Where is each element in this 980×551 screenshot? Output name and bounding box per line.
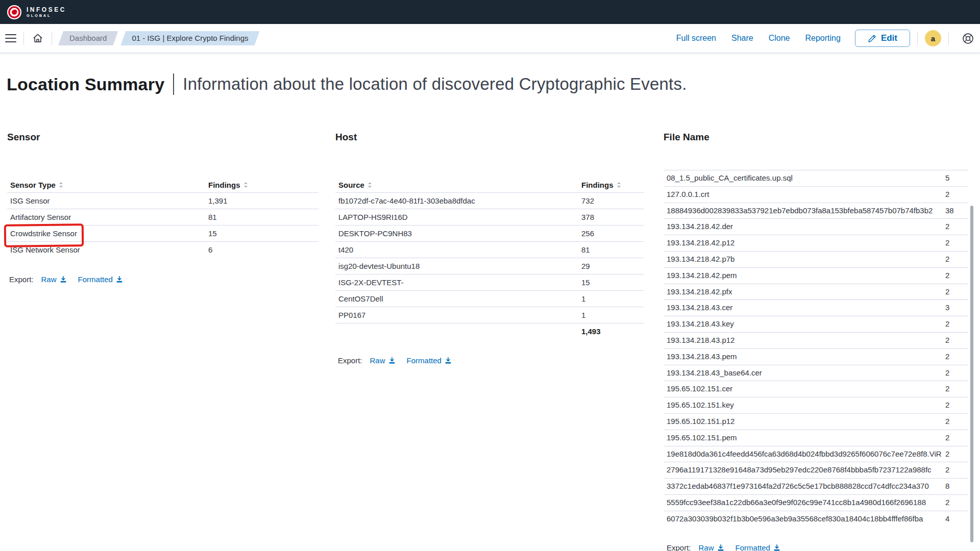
file-name-cell: 193.134.218.43.cer xyxy=(667,300,732,316)
nav-divider xyxy=(917,32,918,45)
nav-divider xyxy=(23,32,24,45)
findings-cell: 2 xyxy=(945,235,949,251)
table-row: t420 81 xyxy=(335,242,644,258)
sensor-type-cell: ISG Network Sensor xyxy=(10,242,80,258)
file-name-cell: 195.65.102.151.pem xyxy=(667,430,737,446)
export-raw-link[interactable]: Raw xyxy=(370,356,396,365)
findings-cell: 2 xyxy=(945,187,949,203)
source-cell: DESKTOP-PC9NH83 xyxy=(338,226,412,241)
host-findings-column-header[interactable]: Findings xyxy=(581,177,622,192)
share-link[interactable]: Share xyxy=(731,34,753,43)
table-row: ISG Network Sensor 6 xyxy=(7,242,318,258)
findings-cell: 2 xyxy=(945,446,949,462)
findings-cell: 1 xyxy=(581,291,585,307)
page-title: Location Summary xyxy=(7,74,164,94)
findings-cell: 2 xyxy=(945,349,949,365)
file-name-cell: 195.65.102.151.p12 xyxy=(667,414,734,430)
host-table: Source Findings fb1072df-c7ac-4e40-81f1-… xyxy=(335,177,644,340)
brand-text: INFOSEC GLOBAL xyxy=(27,7,66,18)
download-icon xyxy=(717,544,724,551)
export-formatted-label: Formatted xyxy=(407,356,442,365)
host-total-findings: 1,493 xyxy=(581,323,601,339)
sensor-type-cell: Artifactory Sensor xyxy=(10,209,71,225)
table-row: fb1072df-c7ac-4e40-81f1-303eba8dfdac 732 xyxy=(335,193,644,209)
findings-header-label: Findings xyxy=(581,181,614,189)
findings-cell: 2 xyxy=(945,381,949,397)
export-formatted-link[interactable]: Formatted xyxy=(736,543,780,551)
vertical-scrollbar-thumb[interactable] xyxy=(970,206,973,542)
findings-cell: 256 xyxy=(581,226,594,241)
table-row: isg20-devtest-Ubuntu18 29 xyxy=(335,258,644,274)
file-name-cell: 127.0.0.1.crt xyxy=(667,187,709,203)
sensor-panel-title: Sensor xyxy=(7,132,40,143)
file-name-cell: 193.134.218.42.der xyxy=(667,219,733,235)
export-raw-link[interactable]: Raw xyxy=(699,543,724,551)
table-row: 3372c1edab46837f1e973164fa2d726c5c5e17bc… xyxy=(664,479,968,495)
source-column-header[interactable]: Source xyxy=(338,177,373,192)
table-row: 193.134.218.43.cer3 xyxy=(664,300,968,316)
export-formatted-link[interactable]: Formatted xyxy=(78,275,123,284)
findings-cell: 378 xyxy=(581,209,594,225)
sort-icon xyxy=(367,182,373,188)
table-row: 195.65.102.151.p122 xyxy=(664,414,968,430)
findings-cell: 2 xyxy=(945,462,949,478)
table-row: 19e818d0da361c4feedd456fca63d68d4b024fbb… xyxy=(664,446,968,463)
sensor-type-header-label: Sensor Type xyxy=(10,181,56,189)
user-avatar[interactable]: a xyxy=(925,30,941,46)
findings-cell: 29 xyxy=(581,258,590,274)
findings-cell: 15 xyxy=(208,226,217,241)
table-row: 193.134.218.42.pfx2 xyxy=(664,284,968,300)
source-cell: PP0167 xyxy=(338,307,365,323)
help-icon[interactable] xyxy=(962,33,974,44)
findings-cell: 81 xyxy=(581,242,590,258)
source-cell: CentOS7Dell xyxy=(338,291,383,307)
navbar: Dashboard 01 - ISG | Explore Crypto Find… xyxy=(0,24,980,53)
file-name-cell: 193.134.218.43.pem xyxy=(667,349,737,365)
export-raw-link[interactable]: Raw xyxy=(41,275,67,284)
table-row: PP0167 1 xyxy=(335,307,644,323)
findings-cell: 2 xyxy=(945,414,949,430)
clone-link[interactable]: Clone xyxy=(769,34,790,43)
menu-hamburger-icon[interactable] xyxy=(5,34,16,42)
table-row: 08_1.5_public_CA_certificates.up.sql5 xyxy=(664,170,968,187)
table-row: 195.65.102.151.key2 xyxy=(664,397,968,414)
file-name-cell: 6072a303039b032f1b3b0e596a3eb9a35568cef8… xyxy=(667,511,923,527)
sensor-type-column-header[interactable]: Sensor Type xyxy=(10,177,64,192)
sort-icon xyxy=(616,182,622,188)
home-icon[interactable] xyxy=(32,33,43,44)
file-name-cell: 195.65.102.151.key xyxy=(667,397,734,413)
full-screen-link[interactable]: Full screen xyxy=(676,34,716,43)
table-row: 18884936d002839833a537921eb7ebdb073fa8a1… xyxy=(664,203,968,219)
findings-cell: 2 xyxy=(945,219,949,235)
reporting-link[interactable]: Reporting xyxy=(805,34,841,43)
export-formatted-link[interactable]: Formatted xyxy=(407,356,452,365)
edit-button[interactable]: Edit xyxy=(855,30,910,47)
breadcrumb-current-dashboard-title[interactable]: 01 - ISG | Explore Crypto Findings xyxy=(120,31,259,45)
export-label: Export: xyxy=(9,275,34,284)
sensor-findings-column-header[interactable]: Findings xyxy=(208,177,249,192)
findings-cell: 4 xyxy=(945,511,949,527)
file-name-cell: 19e818d0da361c4feedd456fca63d68d4b024fbb… xyxy=(667,446,942,462)
table-row-annotated: Crowdstrike Sensor 15 xyxy=(7,226,318,242)
page-subtitle: Information about the location of discov… xyxy=(183,74,687,94)
table-row: CentOS7Dell 1 xyxy=(335,291,644,307)
table-row: 2796a119171328e91648a73d95eb297edc220e87… xyxy=(664,462,968,479)
host-table-header-row: Source Findings xyxy=(335,177,644,193)
table-row: LAPTOP-HS9RI16D 378 xyxy=(335,209,644,226)
file-name-cell: 195.65.102.151.cer xyxy=(667,381,732,397)
export-label: Export: xyxy=(667,543,691,551)
infosec-global-logo: INFOSEC GLOBAL xyxy=(7,5,66,20)
table-row: ISG Sensor 1,391 xyxy=(7,193,318,209)
findings-cell: 5 xyxy=(945,170,949,186)
breadcrumb-dashboard[interactable]: Dashboard xyxy=(58,31,118,45)
file-name-cell: 18884936d002839833a537921eb7ebdb073fa8a1… xyxy=(667,203,933,219)
pencil-icon xyxy=(868,34,876,43)
export-formatted-label: Formatted xyxy=(736,543,770,551)
host-panel-title: Host xyxy=(335,132,357,143)
findings-cell: 15 xyxy=(581,274,590,290)
findings-cell: 3 xyxy=(945,300,949,316)
table-row: 193.134.218.42.p7b2 xyxy=(664,252,968,268)
source-cell: fb1072df-c7ac-4e40-81f1-303eba8dfdac xyxy=(338,193,475,209)
table-row: 193.134.218.43_base64.cer2 xyxy=(664,365,968,382)
findings-cell: 2 xyxy=(945,333,949,348)
